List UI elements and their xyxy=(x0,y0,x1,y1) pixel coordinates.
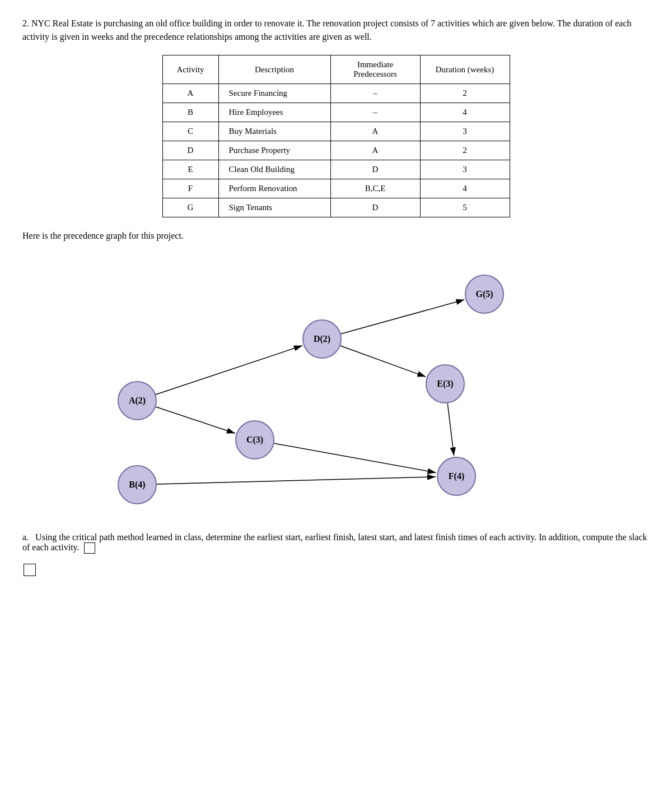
cell-activity: B xyxy=(162,103,218,122)
table-row: G Sign Tenants D 5 xyxy=(162,198,510,217)
cell-predecessors: D xyxy=(330,160,420,179)
node-f: F(4) xyxy=(437,457,476,496)
table-row: A Secure Financing – 2 xyxy=(162,84,510,103)
table-header-row: Activity Description ImmediatePredecesso… xyxy=(162,55,510,84)
node-a: A(2) xyxy=(118,381,157,420)
problem-statement: NYC Real Estate is purchasing an old off… xyxy=(22,18,632,41)
cell-predecessors: – xyxy=(330,84,420,103)
edge-e-f xyxy=(447,403,454,456)
col-header-description: Description xyxy=(218,55,330,84)
cell-duration: 5 xyxy=(420,198,510,217)
node-b: B(4) xyxy=(118,465,157,504)
edge-a-c xyxy=(156,407,235,433)
cell-duration: 3 xyxy=(420,122,510,141)
table-row: C Buy Materials A 3 xyxy=(162,122,510,141)
cell-activity: C xyxy=(162,122,218,141)
cell-description: Sign Tenants xyxy=(218,198,330,217)
cell-description: Secure Financing xyxy=(218,84,330,103)
table-row: F Perform Renovation B,C,E 4 xyxy=(162,179,510,198)
part-a-label: a. xyxy=(22,532,33,542)
part-a-text: Using the critical path method learned i… xyxy=(22,532,647,552)
cell-predecessors: – xyxy=(330,103,420,122)
edge-a-d xyxy=(156,346,302,395)
cell-activity: A xyxy=(162,84,218,103)
problem-text: 2. NYC Real Estate is purchasing an old … xyxy=(22,17,650,44)
cell-duration: 2 xyxy=(420,141,510,160)
cell-duration: 4 xyxy=(420,103,510,122)
cell-duration: 2 xyxy=(420,84,510,103)
cell-description: Perform Renovation xyxy=(218,179,330,198)
col-header-predecessors: ImmediatePredecessors xyxy=(330,55,420,84)
cell-description: Buy Materials xyxy=(218,122,330,141)
col-header-activity: Activity xyxy=(162,55,218,84)
activity-table-wrapper: Activity Description ImmediatePredecesso… xyxy=(22,55,650,217)
edge-c-f xyxy=(274,443,436,472)
table-row: B Hire Employees – 4 xyxy=(162,103,510,122)
activity-table: Activity Description ImmediatePredecesso… xyxy=(162,55,510,217)
cell-activity: E xyxy=(162,160,218,179)
cell-activity: F xyxy=(162,179,218,198)
table-row: E Clean Old Building D 3 xyxy=(162,160,510,179)
arrows-svg xyxy=(22,247,650,516)
node-e: E(3) xyxy=(426,364,465,403)
cell-activity: G xyxy=(162,198,218,217)
cell-predecessors: A xyxy=(330,122,420,141)
cell-duration: 4 xyxy=(420,179,510,198)
graph-label: Here is the precedence graph for this pr… xyxy=(22,231,650,241)
cell-predecessors: B,C,E xyxy=(330,179,420,198)
cell-predecessors: A xyxy=(330,141,420,160)
node-g: G(5) xyxy=(465,275,504,314)
question-a: a. Using the critical path method learne… xyxy=(22,532,650,554)
cell-duration: 3 xyxy=(420,160,510,179)
cell-description: Clean Old Building xyxy=(218,160,330,179)
col-header-duration: Duration (weeks) xyxy=(420,55,510,84)
node-d: D(2) xyxy=(302,319,342,359)
cell-description: Purchase Property xyxy=(218,141,330,160)
node-c: C(3) xyxy=(235,420,274,460)
edge-d-e xyxy=(340,346,426,377)
bottom-answer-box[interactable] xyxy=(24,564,36,576)
problem-number: 2. xyxy=(22,18,29,28)
cell-activity: D xyxy=(162,141,218,160)
precedence-graph: A(2)B(4)C(3)D(2)E(3)F(4)G(5) xyxy=(22,247,650,516)
cell-description: Hire Employees xyxy=(218,103,330,122)
table-row: D Purchase Property A 2 xyxy=(162,141,510,160)
answer-box-a[interactable] xyxy=(84,542,95,554)
edge-b-f xyxy=(157,477,436,484)
edge-d-g xyxy=(341,300,465,334)
cell-predecessors: D xyxy=(330,198,420,217)
